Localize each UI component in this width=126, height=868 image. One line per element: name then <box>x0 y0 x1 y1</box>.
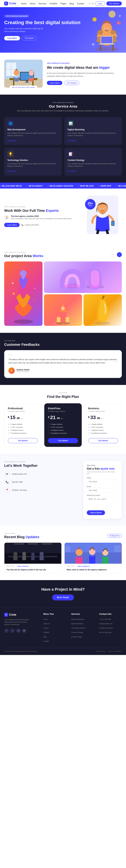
social-in[interactable]: in <box>92 2 94 4</box>
svg-rect-58 <box>13 556 18 560</box>
nav-right: f t in Login Get Started <box>89 1 122 6</box>
footer-contact-hours[interactable]: Mon-Fri 9am-5pm <box>99 631 112 633</box>
footer-service-5[interactable]: Graphic Design <box>71 636 82 638</box>
get-started-button[interactable]: Get Started <box>106 1 122 6</box>
svg-point-36 <box>104 208 105 209</box>
pricing-btn-2[interactable]: Get Started <box>48 438 78 443</box>
blog-card-title-1: Top Secrets for Agency build in the top … <box>4 568 61 573</box>
social-f[interactable]: f <box>89 2 89 4</box>
nav-services[interactable]: Services <box>38 2 46 5</box>
blog-date-1: July 5, 2023 <box>6 565 14 567</box>
footer-link-home[interactable]: Home <box>43 618 48 620</box>
digital-started-button[interactable]: Get Started <box>64 81 79 85</box>
service-title-tech: Technology Solution <box>7 159 58 161</box>
pricing-btn-3[interactable]: Get Started <box>88 438 118 443</box>
service-desc-tech: Laco volutpat nulla with consectetur adi… <box>7 162 58 167</box>
form-textarea-message[interactable] <box>87 497 118 507</box>
social-facebook[interactable]: f <box>4 628 9 633</box>
nav-portfolio[interactable]: Portfolio <box>50 2 57 5</box>
svg-rect-64 <box>39 556 44 560</box>
service-link-content[interactable]: Get Started → <box>68 170 78 172</box>
pricing-price-business: $ 33 .99 /mo <box>88 415 118 420</box>
pricing-price-professional: $ 15 .99 /mo <box>8 415 38 420</box>
service-desc-web: Laco volutpat nulla with consectetur adi… <box>7 132 58 137</box>
form-title-accent: quote now <box>100 467 115 470</box>
service-card-web: 🌐 Web Development Laco volutpat nulla wi… <box>4 117 62 145</box>
footer-link-contact[interactable]: Contact <box>43 640 49 642</box>
contact-title: Let's Work Together <box>4 464 78 468</box>
footer-privacy[interactable]: Privacy Policy <box>96 650 106 652</box>
hero-learn-button[interactable]: Learn More <box>4 36 20 40</box>
nav-blog[interactable]: Blog <box>70 2 74 5</box>
form-input-name[interactable] <box>87 479 118 484</box>
testimonial-section: Our Testimonial Customer Feedbacks " "Pe… <box>0 333 126 385</box>
marquee-item-3: WE DO AGENCY SOLUTION <box>48 185 73 187</box>
price-amount-1: 15 <box>10 415 15 420</box>
social-linkedin[interactable]: in <box>16 628 21 633</box>
footer-link-blog[interactable]: Blog <box>43 636 46 638</box>
price-decimal-2: .99 <box>56 417 60 420</box>
service-icon-marketing: 📊 <box>68 120 74 127</box>
footer-contact-address[interactable]: 24 Berlin, Germany <box>99 627 113 629</box>
footer-service-1[interactable]: Web Development <box>71 618 84 620</box>
social-twitter[interactable]: t <box>10 628 15 633</box>
nav-logo[interactable]: C Crete <box>4 2 16 5</box>
blog-thumb-2 <box>65 543 122 564</box>
footer-terms[interactable]: Terms & Conditions <box>108 650 122 652</box>
footer-menu-links: Home About Us Service Portfolio Blog Con… <box>43 617 66 642</box>
footer-link-about[interactable]: About Us <box>43 623 50 624</box>
form-input-email[interactable] <box>87 488 118 493</box>
footer-col-contact: Contact Info +1 012 345 6789 info@exampl… <box>99 613 122 644</box>
blog-title: Recent Blog Updates <box>4 535 39 539</box>
footer-service-3[interactable]: Technology Solution <box>71 627 85 629</box>
footer-link-portfolio[interactable]: Portfolio <box>43 631 49 633</box>
pricing-btn-1[interactable]: Get Started <box>8 438 38 443</box>
svg-point-14 <box>92 17 97 22</box>
service-link-web[interactable]: Get Started → <box>7 140 18 142</box>
work-learn-button[interactable]: Learn More <box>4 223 20 227</box>
digital-learn-button[interactable]: Learn More <box>47 81 62 85</box>
social-t[interactable]: t <box>91 2 91 4</box>
footer-service-2[interactable]: Digital Marketing <box>71 623 83 624</box>
feature-2-1: ✓5 Pages Website <box>48 423 78 426</box>
phone-icon: 📞 <box>21 224 24 226</box>
footer-link-service[interactable]: Service <box>43 627 49 629</box>
hero-started-button[interactable]: Get Started <box>22 36 37 40</box>
service-link-marketing[interactable]: Get Started → <box>68 140 78 142</box>
project-next-button[interactable]: › <box>117 252 122 257</box>
marquee-item-6: WE LOVE WHAT WE DO <box>116 185 126 187</box>
blog-date-2: July 5, 2023 <box>67 565 74 567</box>
project-tag: 100% Satisfaction Guaranteed <box>4 251 43 253</box>
footer: C Crete Laco volutpat nulla with consect… <box>0 608 126 655</box>
footer-contact-phone[interactable]: +1 012 345 6789 <box>99 618 111 620</box>
service-icon-tech: 💡 <box>7 151 14 157</box>
cta-button[interactable]: Be In Touch <box>52 594 74 600</box>
form-label-name: Name <box>87 477 118 479</box>
footer-contact-email[interactable]: info@example.com <box>99 623 113 624</box>
nav-contact[interactable]: Contact <box>77 2 84 5</box>
project-prev-button[interactable]: ‹ <box>111 252 116 257</box>
nav-home[interactable]: Home <box>21 2 27 5</box>
form-label-email: Email <box>87 486 118 488</box>
nav-about[interactable]: About <box>30 2 35 5</box>
footer-bottom: © 2024 Crete All rights reserved for The… <box>4 648 122 652</box>
footer-logo: C Crete <box>4 613 38 617</box>
footer-social: f t in ▶ <box>4 628 38 633</box>
blog-tag: From Our Blog <box>4 532 39 534</box>
footer-service-4[interactable]: Content Strategy <box>71 631 83 633</box>
phone-number: +1(201) 234 DAYS <box>24 224 39 226</box>
service-desc-content: Laco volutpat nulla with consectetur adi… <box>68 162 119 167</box>
work-feature-title-1: The best agency solution 2023 <box>11 215 72 217</box>
service-link-tech[interactable]: Get Started → <box>7 170 18 172</box>
nav-pages[interactable]: Pages <box>61 2 66 5</box>
feature-3-1: ✓5 Pages Website <box>88 423 118 426</box>
login-button[interactable]: Login <box>95 1 105 6</box>
social-youtube[interactable]: ▶ <box>22 628 27 633</box>
svg-point-61 <box>31 553 35 556</box>
phone-icon-contact: 📞 <box>4 479 10 485</box>
form-submit-button[interactable]: Send a Quote <box>87 510 105 515</box>
blog-all-link[interactable]: All Blog Post <box>107 534 122 538</box>
feature-1-4: ✓2 Facebook Connexion <box>8 432 38 435</box>
pricing-card-enterprise: EnterPrise. Complete digital solution $ … <box>44 403 82 447</box>
service-card-tech: 💡 Technology Solution Laco volutpat null… <box>4 148 62 176</box>
